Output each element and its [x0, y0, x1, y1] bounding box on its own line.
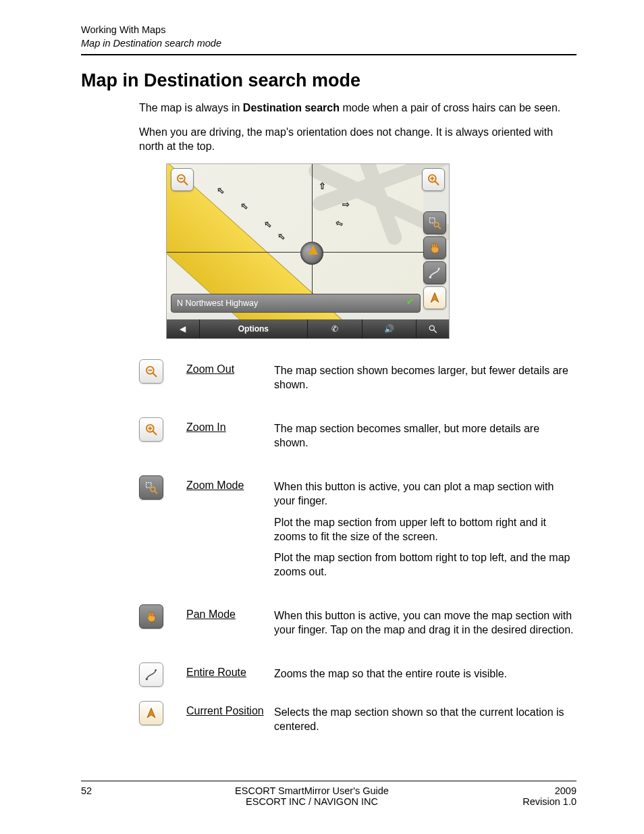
current-position-icon-cell: [139, 701, 163, 725]
chapter-name: Working With Maps: [81, 24, 576, 37]
crosshair-vertical: [312, 164, 313, 313]
svg-line-23: [155, 491, 157, 493]
map-screenshot-figure: ⇦ ⇦ ⇦ ⇦ ⇧ ⇨ ⇦: [166, 163, 576, 339]
svg-marker-26: [147, 708, 155, 718]
map-tools-sidebar: [423, 211, 446, 309]
section-reference: Map in Destination search mode: [81, 37, 576, 51]
svg-point-10: [429, 276, 431, 278]
direction-arrow-icon: ⇨: [342, 199, 350, 209]
current-position-label: Current Position: [186, 700, 274, 740]
direction-arrow-icon: ⇦: [215, 184, 227, 197]
zoom-mode-label: Zoom Mode: [186, 474, 274, 585]
running-header: Working With Maps Map in Destination sea…: [81, 24, 576, 55]
back-button[interactable]: ◀: [167, 319, 200, 338]
svg-line-9: [438, 226, 440, 228]
volume-button[interactable]: 🔊: [363, 319, 417, 338]
zoom-in-icon-cell: [139, 417, 163, 442]
direction-arrow-icon: ⇦: [334, 217, 344, 229]
intro-paragraph-2: When you are driving, the map's orientat…: [139, 125, 576, 154]
direction-arrow-icon: ⇦: [262, 218, 274, 231]
phone-icon: ✆: [331, 324, 338, 334]
svg-marker-11: [431, 292, 439, 302]
map-canvas[interactable]: ⇦ ⇦ ⇦ ⇦ ⇧ ⇨ ⇦: [167, 164, 423, 313]
zoom-out-icon: [144, 365, 158, 378]
svg-line-4: [435, 181, 439, 184]
section-title: Map in Destination search mode: [81, 70, 576, 91]
svg-rect-21: [146, 483, 152, 488]
entire-route-button[interactable]: [423, 261, 446, 284]
phone-button[interactable]: ✆: [308, 319, 363, 338]
svg-line-1: [184, 181, 188, 184]
svg-line-13: [434, 330, 437, 333]
svg-rect-7: [430, 217, 435, 223]
triangle-left-icon: ◀: [180, 324, 186, 334]
pan-mode-label: Pan Mode: [186, 603, 274, 644]
entire-route-label: Entire Route: [186, 661, 274, 687]
feature-definitions: Zoom Out The map section shown becomes l…: [139, 358, 576, 741]
position-icon: [428, 291, 441, 305]
zoom-out-icon-cell: [139, 359, 163, 384]
hand-icon: [428, 241, 441, 255]
footer-right: 2009 Revision 1.0: [502, 785, 576, 807]
svg-point-24: [146, 678, 148, 680]
route-icon: [428, 266, 441, 280]
route-icon: [144, 668, 158, 681]
page-number: 52: [81, 785, 122, 807]
street-name-text: N Northwest Highway: [177, 298, 258, 308]
zoom-out-label: Zoom Out: [186, 358, 274, 398]
crosshair-horizontal: [167, 252, 423, 253]
pan-mode-icon-cell: [139, 604, 163, 629]
hand-icon: [144, 610, 158, 623]
bottom-toolbar: ◀ Options ✆ 🔊: [167, 319, 449, 338]
magnifier-icon: [428, 324, 437, 334]
svg-line-15: [153, 373, 157, 376]
zoom-out-icon: [176, 173, 189, 186]
position-icon: [144, 706, 158, 720]
direction-arrow-icon: ⇧: [319, 181, 326, 191]
direction-arrow-icon: ⇦: [238, 200, 250, 213]
confirm-check-icon[interactable]: ✔: [403, 296, 417, 310]
current-position-button[interactable]: [423, 286, 446, 309]
select-zoom-icon: [144, 481, 158, 494]
zoom-in-icon: [144, 423, 158, 436]
zoom-out-button[interactable]: [171, 168, 194, 191]
pan-mode-button[interactable]: [423, 236, 446, 259]
current-position-desc: Selects the map section shown so that th…: [274, 700, 576, 740]
options-button[interactable]: Options: [200, 319, 308, 338]
pan-mode-desc: When this button is active, you can move…: [274, 603, 576, 644]
zoom-in-desc: The map section becomes smaller, but mor…: [274, 416, 576, 457]
zoom-in-icon: [427, 173, 440, 186]
document-page: Working With Maps Map in Destination sea…: [0, 0, 644, 834]
search-button[interactable]: [417, 319, 449, 338]
zoom-out-desc: The map section shown becomes larger, bu…: [274, 358, 576, 398]
map-screenshot: ⇦ ⇦ ⇦ ⇦ ⇧ ⇨ ⇦: [166, 163, 450, 339]
street-name-bar[interactable]: N Northwest Highway ✔: [171, 294, 421, 313]
zoom-in-label: Zoom In: [186, 416, 274, 457]
position-arrow-icon: [308, 245, 318, 255]
zoom-in-button[interactable]: [422, 168, 445, 191]
direction-arrow-icon: ⇦: [275, 230, 288, 243]
svg-line-18: [153, 432, 157, 435]
intro-text: The map is always in Destination search …: [139, 101, 576, 154]
speaker-icon: 🔊: [384, 324, 394, 334]
select-zoom-icon: [428, 216, 441, 230]
zoom-mode-button[interactable]: [423, 211, 446, 234]
entire-route-desc: Zooms the map so that the entire route i…: [274, 661, 576, 687]
page-footer: 52 ESCORT SmartMirror User's Guide ESCOR…: [81, 781, 576, 807]
footer-center: ESCORT SmartMirror User's Guide ESCORT I…: [122, 785, 502, 807]
entire-route-icon-cell: [139, 662, 163, 687]
svg-point-25: [155, 669, 157, 671]
intro-paragraph-1: The map is always in Destination search …: [139, 101, 576, 115]
zoom-mode-desc: When this button is active, you can plot…: [274, 474, 576, 585]
options-label: Options: [238, 324, 269, 334]
zoom-mode-icon-cell: [139, 475, 163, 500]
